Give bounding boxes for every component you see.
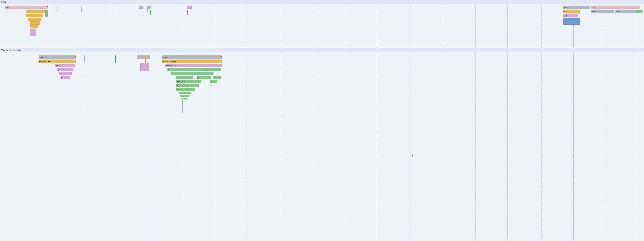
main-paren-block[interactable]: (...) bbox=[563, 14, 578, 17]
it-label-block: It bbox=[412, 149, 511, 161]
tick-purple-1 bbox=[188, 10, 188, 15]
tick-2 bbox=[6, 10, 6, 13]
worker-func-call[interactable]: Function Call bbox=[38, 60, 76, 63]
worker-ft-label: ft bbox=[168, 68, 169, 70]
worker-ft-right-label: (... bbox=[207, 68, 209, 70]
wtick-w2 bbox=[201, 84, 201, 87]
tick-main-4 bbox=[81, 6, 82, 12]
main-func-4[interactable] bbox=[30, 21, 40, 25]
wtick-4 bbox=[114, 56, 114, 63]
worker-green-sm1[interactable] bbox=[213, 76, 220, 79]
main-re-block[interactable]: R...e bbox=[591, 10, 614, 13]
worker-as-label: (a...s) bbox=[56, 64, 61, 66]
main-lat-label: La...t bbox=[616, 10, 620, 12]
worker-v-sub3[interactable] bbox=[181, 98, 188, 100]
grid-line-14 bbox=[475, 4, 476, 48]
wtick-5 bbox=[115, 56, 116, 63]
main-section: Task T bbox=[0, 4, 644, 48]
main-func-2[interactable] bbox=[26, 14, 43, 17]
main-fl-label: F...l bbox=[564, 10, 567, 12]
main-green-right[interactable] bbox=[638, 10, 642, 13]
main-green-1[interactable] bbox=[45, 10, 48, 16]
main-re-label: R...e bbox=[592, 10, 595, 12]
main-func-1[interactable] bbox=[26, 10, 46, 13]
worker-run-micro[interactable]: Run Microtasks bbox=[162, 60, 222, 63]
wgrid-12 bbox=[411, 52, 411, 241]
wgrid-1 bbox=[34, 52, 34, 241]
grid-line-3 bbox=[115, 4, 115, 48]
worker-z-block[interactable]: z bbox=[176, 76, 193, 79]
worker-purple-mid[interactable] bbox=[140, 63, 149, 71]
main-purple-2[interactable] bbox=[30, 32, 36, 36]
tick-green-1 bbox=[149, 10, 149, 14]
worker-e-block[interactable]: _e bbox=[196, 76, 211, 79]
main-blue-block[interactable] bbox=[563, 18, 580, 25]
worker-e-label: _e bbox=[197, 76, 199, 79]
worker-gee-block[interactable]: ge...e bbox=[57, 68, 74, 71]
worker-v-sub2[interactable] bbox=[180, 95, 190, 97]
main-paren-label: (...) bbox=[564, 14, 567, 16]
worker-lt-block[interactable]: lt bbox=[171, 72, 214, 75]
worker-func-label: Function Call bbox=[39, 60, 50, 62]
grid-line-7 bbox=[247, 4, 247, 48]
main-purple-mid[interactable] bbox=[187, 6, 192, 9]
worker-v-sub1[interactable] bbox=[179, 92, 191, 94]
main-task-mid-1[interactable] bbox=[139, 6, 144, 9]
wtick-3 bbox=[112, 56, 112, 63]
main-lat-block[interactable]: La...t bbox=[615, 10, 637, 13]
wgrid-11 bbox=[377, 52, 378, 241]
worker-as-block[interactable]: (a...s) bbox=[56, 64, 75, 67]
worker-task-right[interactable]: Task bbox=[162, 56, 222, 59]
worker-z-label: z bbox=[176, 76, 178, 79]
main-task-right-1-label: Task bbox=[564, 6, 568, 9]
worker-ft-right[interactable]: (... bbox=[206, 68, 221, 71]
wgrid-19 bbox=[638, 52, 638, 241]
worker-o-label: o bbox=[210, 81, 212, 83]
wtick-1 bbox=[83, 56, 83, 62]
worker-anon-block[interactable]: (anonymous) bbox=[165, 64, 222, 67]
tick-purple-2 bbox=[188, 10, 189, 15]
main-purple-1[interactable] bbox=[30, 29, 36, 32]
worker-anoous-block[interactable]: (ano...ous) bbox=[176, 80, 201, 83]
worker-flame-tail-2 bbox=[184, 100, 184, 110]
main-task-1[interactable]: Task bbox=[5, 6, 48, 9]
wtick-w5 bbox=[210, 84, 210, 87]
timeline-container: Main Task bbox=[0, 0, 644, 241]
tick-main-3 bbox=[80, 6, 80, 12]
worker-f-block[interactable]: f... bbox=[60, 76, 70, 79]
worker-paren-label: (...) bbox=[60, 72, 62, 74]
main-section-header: Main bbox=[0, 0, 644, 4]
worker-flame-tail-1 bbox=[182, 100, 183, 113]
grid-line-15 bbox=[508, 4, 508, 48]
main-task-right-1[interactable]: Task bbox=[563, 6, 590, 9]
worker-w-block[interactable]: W bbox=[176, 84, 198, 87]
tick-main-5 bbox=[112, 6, 112, 12]
worker-paren-block[interactable]: (...) bbox=[59, 72, 72, 75]
worker-o-block[interactable]: o bbox=[210, 80, 217, 83]
wgrid-15 bbox=[508, 52, 508, 241]
main-task-right-2[interactable]: Task bbox=[591, 6, 640, 9]
tick-main-2 bbox=[58, 6, 58, 12]
wtick-7 bbox=[145, 56, 146, 63]
worker-section: Task Function Call (a...s) ge...e (...) … bbox=[0, 52, 644, 241]
wgrid-7 bbox=[247, 52, 247, 241]
main-task-mid-2[interactable] bbox=[148, 6, 152, 9]
worker-gee-label: ge...e bbox=[58, 68, 62, 70]
worker-blue-line bbox=[69, 80, 69, 86]
main-fl-block[interactable]: F...l bbox=[563, 10, 580, 13]
wgrid-8 bbox=[281, 52, 281, 241]
worker-task-1-label: Task bbox=[39, 56, 43, 58]
worker-task-t-label: T... bbox=[137, 56, 140, 58]
worker-task-t[interactable]: T... bbox=[137, 56, 150, 59]
wtick-6 bbox=[144, 56, 144, 63]
worker-v-block[interactable]: V bbox=[176, 88, 195, 91]
worker-w-label: W bbox=[176, 85, 178, 87]
worker-task-right-label: Task bbox=[163, 56, 167, 58]
main-func-3[interactable] bbox=[28, 18, 42, 21]
main-func-5[interactable] bbox=[30, 25, 38, 28]
worker-section-header: Worker: exif-worker.js bbox=[0, 48, 644, 52]
wgrid-16 bbox=[541, 52, 542, 241]
tick-green-2 bbox=[150, 10, 151, 14]
worker-task-1[interactable]: Task bbox=[38, 56, 76, 59]
tick-main-7 bbox=[147, 6, 148, 12]
